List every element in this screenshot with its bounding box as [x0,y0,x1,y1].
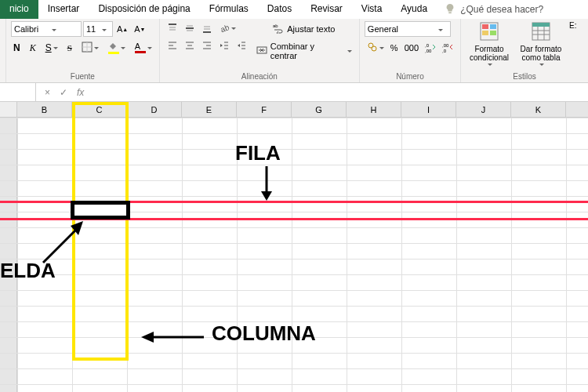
format-as-table-label: Dar formato como tabla [517,45,564,62]
underline-button[interactable]: S [43,41,60,55]
col-header-b[interactable]: B [17,102,72,117]
svg-rect-0 [448,12,452,13]
align-left-button[interactable] [165,38,180,53]
svg-rect-40 [482,31,488,35]
format-as-table-button[interactable]: Dar formato como tabla [517,21,564,67]
align-top-button[interactable] [165,21,180,35]
formula-input[interactable] [93,83,588,101]
tab-revisar[interactable]: Revisar [301,0,352,19]
group-label-numero: Número [365,71,456,82]
col-header-j[interactable]: J [456,102,511,117]
group-label-estilos: Estilos [466,71,583,82]
align-center-button[interactable] [182,38,198,53]
svg-text:ab: ab [273,24,278,28]
table-icon [531,21,551,45]
tab-datos[interactable]: Datos [258,0,301,19]
conditional-formatting-button[interactable]: Formato condicional [466,21,513,67]
svg-rect-41 [490,31,496,35]
tab-ayuda[interactable]: Ayuda [391,0,437,19]
cell-highlight [71,201,130,220]
group-label-alineacion: Alineación [165,71,354,82]
orientation-button[interactable]: ab [216,21,238,35]
row-headers[interactable] [0,118,17,392]
insert-function-button[interactable]: fx [74,85,86,100]
col-header-i[interactable]: I [401,102,456,117]
svg-rect-43 [532,23,550,27]
font-color-icon: A [135,42,146,53]
increase-indent-button[interactable] [234,38,249,53]
formula-bar: × ✓ fx [0,83,588,102]
decrease-indent-button[interactable] [216,38,232,53]
number-format-combo[interactable] [365,21,451,37]
svg-text:,0: ,0 [425,43,430,48]
group-alineacion: ab ab Ajustar texto Combinar y centr [160,19,360,82]
merge-icon [256,45,267,57]
merge-center-button[interactable]: Combinar y centrar [254,40,354,62]
decrease-decimal-button[interactable]: ,00,0 [440,41,456,55]
svg-rect-38 [482,24,488,29]
name-box[interactable] [0,83,36,101]
currency-icon [367,42,378,54]
col-header-f[interactable]: F [237,102,292,117]
tab-vista[interactable]: Vista [352,0,391,19]
confirm-entry-button[interactable]: ✓ [57,85,70,100]
fill-color-button[interactable] [106,41,128,56]
columna-arrow-icon [141,329,204,345]
font-size-combo[interactable] [83,21,113,37]
tab-formulas[interactable]: Fórmulas [200,0,258,19]
cancel-entry-button[interactable]: × [42,85,53,100]
tell-me-search[interactable]: ¿Qué desea hacer? [437,0,551,19]
percent-button[interactable]: % [388,42,401,54]
conditional-formatting-label: Formato condicional [466,45,513,62]
accounting-format-button[interactable] [365,40,387,56]
col-header-e[interactable]: E [182,102,237,117]
group-estilos: Formato condicional Dar formato como tab… [461,19,588,82]
comma-style-button[interactable]: 000 [402,42,421,54]
columna-label: COLUMNA [212,321,316,346]
group-numero: % 000 ,0,00 ,00,0 Número [360,19,461,82]
tab-inicio[interactable]: nicio [0,0,38,19]
increase-decimal-button[interactable]: ,0,00 [423,41,438,55]
svg-text:,00: ,00 [442,43,449,48]
svg-text:,00: ,00 [425,49,432,53]
select-all-corner[interactable] [0,102,17,117]
number-format-input[interactable] [368,24,437,34]
svg-rect-39 [490,24,496,29]
decrease-font-button[interactable]: A▼ [132,23,147,35]
tab-disposicion[interactable]: Disposición de página [89,0,199,19]
align-middle-button[interactable] [182,21,198,35]
col-header-d[interactable]: D [127,102,182,117]
celda-arrow-icon [39,220,86,267]
align-bottom-button[interactable] [199,21,215,35]
col-header-k[interactable]: K [511,102,566,117]
merge-label: Combinar y centrar [270,42,343,60]
font-name-combo[interactable] [11,21,82,37]
borders-button[interactable] [79,40,101,56]
cell-styles-button[interactable]: E: [569,21,583,30]
spreadsheet-grid[interactable]: B C D E F G H I J K FILA COLUMNA ELDA [0,102,588,392]
svg-point-32 [372,46,376,51]
col-header-h[interactable]: H [347,102,401,117]
group-fuente: A▲ A▼ N K S S A [6,19,160,82]
borders-icon [82,42,93,54]
ribbon: A▲ A▼ N K S S A [0,19,588,83]
fila-label: FILA [235,141,281,165]
col-header-c[interactable]: C [72,102,127,117]
col-header-g[interactable]: G [292,102,347,117]
row-highlight-bottom [0,218,588,220]
lightbulb-icon [445,3,456,16]
font-color-button[interactable]: A [132,41,154,55]
italic-button[interactable]: K [27,41,38,56]
strikethrough-button[interactable]: S [65,42,74,54]
increase-font-button[interactable]: A▲ [114,23,130,35]
bucket-icon [108,42,119,54]
tab-insertar[interactable]: Insertar [38,0,89,19]
tell-me-label: ¿Qué desea hacer? [460,4,543,15]
bold-button[interactable]: N [11,41,23,55]
column-highlight [72,102,129,361]
font-name-input[interactable] [14,24,50,34]
align-right-button[interactable] [199,38,215,53]
cell-styles-label: E: [569,21,576,30]
font-size-input[interactable] [86,24,100,34]
wrap-text-button[interactable]: ab Ajustar texto [254,21,354,37]
